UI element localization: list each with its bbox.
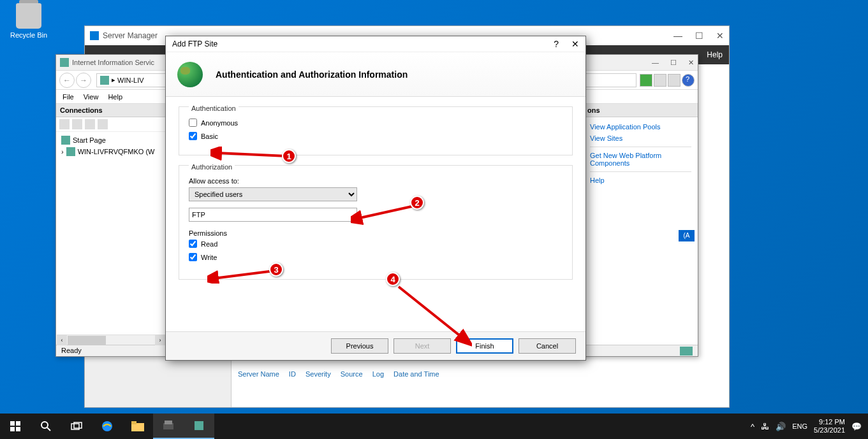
- iis-taskbar-icon[interactable]: [184, 414, 214, 439]
- stop-icon[interactable]: [654, 74, 666, 87]
- clock[interactable]: 9:12 PM 5/23/2021: [814, 418, 845, 435]
- refresh-icon[interactable]: [640, 74, 652, 87]
- iis-icon: [60, 58, 69, 67]
- authorization-group: Authorization Allow access to: Specified…: [179, 165, 573, 280]
- status-text: Ready: [61, 347, 82, 355]
- anonymous-checkbox[interactable]: [189, 119, 197, 127]
- close-icon[interactable]: ✕: [716, 31, 724, 41]
- server-icon: [66, 147, 75, 156]
- recycle-bin-label: Recycle Bin: [6, 31, 51, 39]
- tree-h-scrollbar[interactable]: ‹ ›: [57, 335, 165, 345]
- read-label: Read: [201, 240, 217, 248]
- dialog-titlebar[interactable]: Add FTP Site ? ✕: [166, 36, 585, 52]
- breadcrumb-text: WIN-LIV: [117, 76, 144, 84]
- allow-access-label: Allow access to:: [189, 177, 563, 185]
- minimize-icon[interactable]: —: [652, 59, 659, 67]
- task-view-button[interactable]: [61, 414, 92, 439]
- scroll-right-icon[interactable]: ›: [155, 335, 165, 345]
- home-icon[interactable]: [668, 74, 680, 87]
- clock-date: 5/23/2021: [814, 426, 845, 435]
- svg-rect-5: [16, 421, 20, 426]
- svg-rect-6: [10, 427, 15, 431]
- explorer-taskbar-icon[interactable]: [122, 414, 153, 439]
- help-menu[interactable]: Help: [707, 50, 723, 59]
- connections-panel: Connections Start Page › WIN-LIVFRVQFMKO…: [56, 104, 166, 345]
- ie-taskbar-icon[interactable]: [92, 414, 122, 439]
- dialog-heading: Authentication and Authorization Informa…: [216, 69, 408, 80]
- get-platform-link[interactable]: Get New Web Platform Components: [590, 150, 691, 169]
- write-checkbox[interactable]: [189, 253, 197, 261]
- tray-up-icon[interactable]: ^: [751, 422, 754, 431]
- file-menu[interactable]: File: [63, 93, 74, 101]
- help-link[interactable]: Help: [590, 175, 691, 186]
- volume-icon[interactable]: 🔊: [776, 422, 786, 431]
- view-pools-link[interactable]: View Application Pools: [590, 121, 691, 133]
- up-icon[interactable]: [98, 119, 108, 129]
- view-menu[interactable]: View: [84, 93, 99, 101]
- search-button[interactable]: [31, 414, 61, 439]
- system-tray: ^ 🖧 🔊 ENG 9:12 PM 5/23/2021 💬: [751, 418, 868, 435]
- cancel-button[interactable]: Cancel: [519, 338, 576, 354]
- read-checkbox[interactable]: [189, 240, 197, 248]
- server-manager-icon: [90, 31, 99, 40]
- finish-button[interactable]: Finish: [456, 338, 513, 354]
- minimize-icon[interactable]: —: [673, 31, 682, 41]
- scroll-left-icon[interactable]: ‹: [57, 335, 67, 345]
- annotation-4: 4: [386, 272, 400, 286]
- back-button[interactable]: ←: [59, 73, 75, 88]
- authentication-group: Authentication Anonymous Basic: [179, 106, 573, 155]
- recycle-bin[interactable]: Recycle Bin: [6, 3, 51, 39]
- expand-icon[interactable]: ›: [61, 148, 64, 155]
- language-indicator[interactable]: ENG: [792, 422, 807, 430]
- start-button[interactable]: [0, 414, 31, 439]
- clock-time: 9:12 PM: [814, 418, 845, 426]
- forward-button[interactable]: →: [76, 73, 91, 88]
- svg-rect-7: [16, 427, 20, 431]
- annotation-2: 2: [410, 196, 424, 210]
- anonymous-checkbox-row[interactable]: Anonymous: [189, 119, 563, 127]
- breadcrumb-icon: [100, 76, 109, 85]
- allow-access-select[interactable]: Specified users: [189, 187, 357, 201]
- disconnect-icon[interactable]: [85, 119, 95, 129]
- add-ftp-site-dialog: Add FTP Site ? ✕ Authentication and Auth…: [165, 36, 586, 361]
- svg-line-9: [47, 428, 50, 431]
- svg-rect-14: [131, 421, 136, 424]
- status-icon: [680, 347, 693, 356]
- svg-rect-16: [165, 421, 172, 424]
- save-icon[interactable]: [72, 119, 82, 129]
- help-icon[interactable]: [682, 74, 695, 87]
- actions-panel: ons View Application Pools View Sites Ge…: [583, 104, 698, 345]
- scroll-thumb[interactable]: [68, 336, 106, 345]
- selection-indicator: (A: [679, 230, 695, 241]
- basic-checkbox[interactable]: [189, 132, 197, 140]
- close-icon[interactable]: ✕: [571, 39, 579, 49]
- close-icon[interactable]: ✕: [688, 59, 694, 67]
- next-button: Next: [394, 338, 451, 354]
- maximize-icon[interactable]: ☐: [695, 31, 703, 41]
- help-menu[interactable]: Help: [108, 93, 122, 101]
- notifications-icon[interactable]: 💬: [851, 422, 862, 431]
- authz-group-label: Authorization: [189, 163, 235, 171]
- svg-point-8: [41, 422, 48, 428]
- tree-start-page[interactable]: Start Page: [56, 134, 165, 146]
- connect-icon[interactable]: [59, 119, 70, 129]
- basic-checkbox-row[interactable]: Basic: [189, 132, 563, 140]
- network-icon[interactable]: 🖧: [761, 422, 769, 431]
- tree-server-node[interactable]: › WIN-LIVFRVQFMKO (W: [56, 146, 165, 157]
- maximize-icon[interactable]: ☐: [670, 59, 677, 67]
- connections-tree: Start Page › WIN-LIVFRVQFMKO (W: [56, 132, 165, 160]
- dialog-title: Add FTP Site: [172, 40, 217, 48]
- read-checkbox-row[interactable]: Read: [189, 240, 563, 248]
- basic-label: Basic: [201, 133, 218, 140]
- globe-icon: [177, 62, 203, 87]
- taskbar: ^ 🖧 🔊 ENG 9:12 PM 5/23/2021 💬: [0, 414, 868, 439]
- events-columns: Server Name ID Severity Source Log Date …: [238, 370, 723, 378]
- help-icon[interactable]: ?: [554, 39, 559, 49]
- svg-rect-4: [10, 421, 15, 426]
- users-input[interactable]: [189, 208, 357, 222]
- previous-button[interactable]: Previous: [331, 338, 388, 354]
- server-manager-taskbar-icon[interactable]: [153, 414, 184, 439]
- view-sites-link[interactable]: View Sites: [590, 133, 691, 144]
- annotation-3: 3: [269, 263, 283, 277]
- write-checkbox-row[interactable]: Write: [189, 253, 563, 261]
